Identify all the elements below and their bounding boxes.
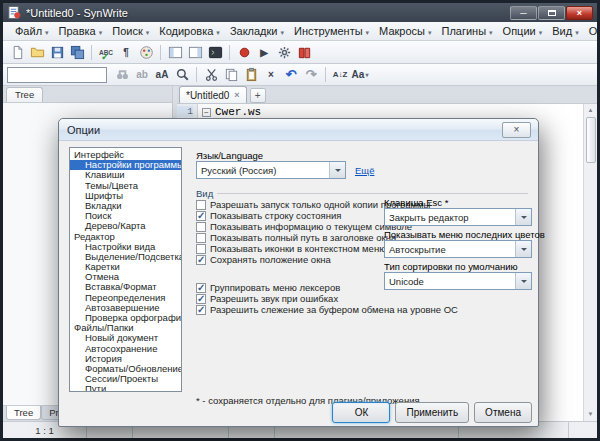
checkbox-single-instance[interactable]: Разрешать запуск только одной копии прог… [196,199,388,210]
dialog-close-button[interactable]: × [502,122,531,138]
checkbox-box[interactable] [196,222,206,232]
dropdown-arrow-icon[interactable] [515,273,531,289]
maximize-button-icon[interactable] [538,6,565,20]
menu-options[interactable]: Опции [498,24,548,39]
ok-button[interactable]: ОК [332,402,390,423]
find-icon[interactable] [112,65,132,84]
fold-collapse-icon[interactable]: − [202,108,211,117]
options-tree-item[interactable]: Переопределения [70,293,181,303]
new-tab-button[interactable]: + [250,88,266,103]
options-tree-item[interactable]: Отмена [70,272,181,282]
save-file-icon[interactable] [47,43,67,62]
color-palette-icon[interactable] [136,43,156,62]
checkbox-box[interactable] [196,305,206,315]
checkbox-box[interactable] [196,294,206,304]
redo-icon[interactable]: ↷ [301,65,321,84]
dropdown-arrow-icon[interactable] [515,241,531,257]
menu-edit[interactable]: Правка [54,24,108,39]
document-tab[interactable]: *Untitled0 × [179,86,247,103]
options-tree-item[interactable]: Автосохранение [70,344,181,354]
record-macro-icon[interactable] [234,43,254,62]
settings-gear-icon[interactable] [274,43,294,62]
zoom-magnifier-icon[interactable] [172,65,192,84]
apply-button[interactable]: Применить [395,402,469,423]
checkbox-clipboard-tracking[interactable]: Разрешить слежение за буфером обмена на … [196,304,388,315]
checkbox-box[interactable] [196,211,206,221]
options-tree-item[interactable]: Проверка орфографии [70,313,181,323]
save-all-icon[interactable] [67,43,87,62]
menu-search[interactable]: Поиск [107,24,154,39]
options-tree-item[interactable]: Дерево/Карта [70,221,181,231]
options-tree-item[interactable]: Форматы/Обновление [70,364,181,374]
sidebar-panel-icon[interactable] [165,43,185,62]
dropdown-arrow-icon[interactable] [329,162,345,178]
paste-icon[interactable] [241,65,261,84]
options-tree-item[interactable]: Автозавершение [70,303,181,313]
recent-colors-select[interactable]: Автоскрытие [384,240,532,258]
open-file-icon[interactable] [27,43,47,62]
delete-icon[interactable]: × [261,65,281,84]
menu-file[interactable]: Файл [10,24,54,39]
options-tree-item[interactable]: Клавиши [70,170,181,180]
checkbox-box[interactable] [196,244,206,254]
menu-windows[interactable]: Окна [584,24,600,39]
scroll-up-icon[interactable]: ▲ [588,104,594,117]
checkbox-char-info[interactable]: Показывать информацию о текущем символе [196,221,388,232]
tab-tree[interactable]: Tree [6,87,43,102]
new-file-icon[interactable] [7,43,27,62]
options-tree-item[interactable]: Новый документ [70,333,181,343]
checkbox-save-window-position[interactable]: Сохранять положение окна [196,254,388,265]
options-tree-item[interactable]: Редактор [70,232,181,242]
menu-view[interactable]: Вид [547,24,583,39]
undo-icon[interactable]: ↶ [281,65,301,84]
close-button-icon[interactable]: × [566,6,593,20]
menu-tools[interactable]: Инструменты [289,24,374,39]
language-select[interactable]: Русский (Россия) [196,161,346,179]
cancel-button[interactable]: Отмена [474,402,532,423]
options-tree-item[interactable]: Выделение/Подсветка [70,252,181,262]
checkbox-context-menu-icons[interactable]: Показывать иконки в контекстном меню [196,243,388,254]
dropdown-arrow-icon[interactable] [515,209,531,225]
font-size-icon[interactable]: Aa [350,65,370,84]
options-tree-item[interactable]: Вставка/Формат [70,282,181,292]
options-tree-item[interactable]: Настройки вида [70,242,181,252]
bottom-tab-tree[interactable]: Tree [6,406,41,420]
copy-icon[interactable] [221,65,241,84]
checkbox-full-path-title[interactable]: Показывать полный путь в заголовке окна [196,232,388,243]
checkbox-status-bar[interactable]: Показывать строку состояния [196,210,388,221]
minimize-button-icon[interactable]: ─ [510,6,537,20]
options-tree-item[interactable]: Темы/Цвета [70,181,181,191]
replace-icon[interactable]: ab [132,65,152,84]
checkbox-error-sound[interactable]: Разрешить звук при ошибках [196,293,388,304]
options-tree-item[interactable]: Настройки программы [70,160,181,170]
checkbox-box[interactable] [196,233,206,243]
scrollbar-thumb[interactable] [586,117,596,163]
spell-check-icon[interactable]: ABC✓ [96,43,116,62]
tab-close-icon[interactable]: × [234,90,239,100]
more-languages-link[interactable]: Ещё [355,165,374,176]
help-book-icon[interactable] [294,43,314,62]
vertical-scrollbar[interactable]: ▲ ▼ [583,104,597,421]
options-tree-item[interactable]: История [70,354,181,364]
options-tree-item[interactable]: Шрифты [70,191,181,201]
options-tree-item[interactable]: Вкладки [70,201,181,211]
checkbox-group-lexers-menu[interactable]: Группировать меню лексеров [196,282,388,293]
scroll-down-icon[interactable]: ▼ [588,408,594,421]
options-tree-item[interactable]: Поиск [70,211,181,221]
menu-macros[interactable]: Макросы [374,24,436,39]
checkbox-box[interactable] [196,255,206,265]
menu-plugins[interactable]: Плагины [436,24,497,39]
play-macro-icon[interactable]: ▶ [254,43,274,62]
sort-lines-icon[interactable]: A↓Z [330,65,350,84]
checkbox-box[interactable] [196,283,206,293]
options-tree-item[interactable]: Пути [70,384,181,392]
minimap-panel-icon[interactable] [185,43,205,62]
sort-type-select[interactable]: Unicode [384,272,532,290]
menu-encoding[interactable]: Кодировка [154,24,225,39]
show-paragraph-marks-icon[interactable]: ¶ [116,43,136,62]
menu-bookmarks[interactable]: Закладки [225,24,289,39]
checkbox-box[interactable] [196,200,206,210]
options-tree-item[interactable]: Интерфейс [70,150,181,160]
options-tree-item[interactable]: Сессии/Проекты [70,374,181,384]
esc-key-select[interactable]: Закрыть редактор [384,208,532,226]
